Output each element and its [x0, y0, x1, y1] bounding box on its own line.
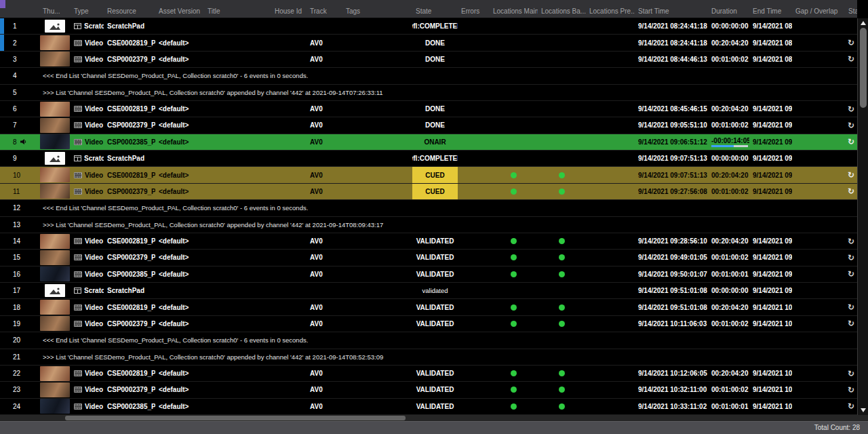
- asset-version-cell: <default>: [155, 316, 204, 332]
- video-row[interactable]: 8VideoCSP0002385_PAL<default>AV0ONAIR9/1…: [0, 134, 857, 151]
- thumbnail-cell: [39, 134, 71, 150]
- scratchpad-row[interactable]: 1ScratchPadScratchPadwfl:COMPLETED9/14/2…: [0, 18, 857, 35]
- refresh-cell: ↻: [845, 382, 857, 397]
- column-header-start-time[interactable]: Start Time: [635, 7, 708, 15]
- comment-row[interactable]: 20<<< End List 'Channel SESDemo_Product_…: [0, 332, 857, 349]
- column-header-track[interactable]: Track: [307, 7, 342, 15]
- column-header-locations-main[interactable]: Locations Main: [490, 7, 538, 15]
- refresh-icon[interactable]: ↻: [848, 121, 854, 130]
- track-cell: AV0: [307, 267, 342, 282]
- refresh-icon[interactable]: ↻: [848, 138, 854, 146]
- locations-main-cell: [490, 167, 538, 182]
- film-icon: [74, 40, 82, 46]
- video-row[interactable]: 19VideoCSP0002379_PAL<default>AV0VALIDAT…: [0, 316, 857, 332]
- column-header-asset-version[interactable]: Asset Version: [155, 7, 204, 15]
- refresh-icon[interactable]: ↻: [848, 254, 854, 262]
- video-row[interactable]: 18VideoCSE0002819_PAL<default>AV0VALIDAT…: [0, 299, 857, 315]
- column-header-state[interactable]: State: [412, 7, 458, 15]
- comment-row[interactable]: 21>>> List 'Channel SESDemo_Product_PAL,…: [0, 349, 857, 366]
- refresh-icon[interactable]: ↻: [848, 303, 854, 311]
- column-header-end-time[interactable]: End Time: [749, 7, 792, 15]
- refresh-icon[interactable]: ↻: [848, 237, 854, 245]
- comment-row[interactable]: 5>>> List 'Channel SESDemo_Product_PAL, …: [0, 85, 857, 101]
- column-header-resource[interactable]: Resource: [104, 7, 155, 15]
- house-id-cell: [271, 35, 307, 50]
- refresh-icon[interactable]: ↻: [848, 55, 854, 63]
- scroll-down-icon[interactable]: [861, 408, 866, 412]
- status-dot-main: [511, 387, 517, 393]
- column-header-tags[interactable]: Tags: [342, 7, 412, 15]
- refresh-icon[interactable]: ↻: [848, 39, 854, 47]
- column-header-thu[interactable]: Thu...: [39, 7, 71, 15]
- vertical-scroll-thumb[interactable]: [860, 28, 867, 108]
- video-row[interactable]: 24VideoCSP0002385_PAL<default>AV0VALIDAT…: [0, 399, 857, 415]
- video-row[interactable]: 3VideoCSP0002379_PAL<default>AV0DONE9/14…: [0, 52, 857, 68]
- locations-main-cell: [490, 250, 538, 265]
- video-row[interactable]: 22VideoCSE0002819_PAL<default>AV0VALIDAT…: [0, 366, 857, 382]
- column-header-gap-overlap[interactable]: Gap / Overlap: [792, 7, 845, 15]
- comment-row[interactable]: 12<<< End List 'Channel SESDemo_Product_…: [0, 200, 857, 216]
- resource-cell: CSP0002379_PAL: [104, 184, 155, 199]
- state-cell: DONE: [412, 101, 458, 117]
- video-row[interactable]: 10VideoCSE0002819_PAL<default>AV0CUED9/1…: [0, 167, 857, 183]
- resource-cell: CSE0002819_PAL: [104, 35, 155, 50]
- errors-cell: [458, 167, 490, 182]
- column-header-type[interactable]: Type: [71, 7, 104, 15]
- thumbnail-cell: [39, 283, 71, 298]
- video-row[interactable]: 15VideoCSP0002379_PAL<default>AV0VALIDAT…: [0, 250, 857, 266]
- tags-cell: [342, 382, 412, 397]
- locations-main-cell: [490, 316, 538, 332]
- video-row[interactable]: 14VideoCSE0002819_PAL<default>AV0VALIDAT…: [0, 233, 857, 250]
- row-number-cell: 4: [0, 68, 39, 83]
- refresh-icon[interactable]: ↻: [848, 270, 854, 278]
- refresh-icon[interactable]: ↻: [848, 171, 854, 179]
- scroll-up-icon[interactable]: [861, 21, 866, 25]
- column-header-title[interactable]: Title: [204, 7, 271, 15]
- refresh-icon[interactable]: ↻: [848, 402, 854, 410]
- house-id-cell: [271, 117, 307, 133]
- video-row[interactable]: 6VideoCSE0002819_PAL<default>AV0DONE9/14…: [0, 101, 857, 117]
- duration-cell: 00:20:04:20: [708, 366, 749, 381]
- refresh-icon[interactable]: ↻: [848, 187, 854, 195]
- column-header-start-t[interactable]: Start T: [845, 7, 857, 15]
- refresh-icon[interactable]: ↻: [848, 319, 854, 328]
- video-row[interactable]: 23VideoCSP0002379_PAL<default>AV0VALIDAT…: [0, 382, 857, 398]
- column-header-errors[interactable]: Errors: [458, 7, 490, 15]
- title-cell: [204, 399, 271, 414]
- vertical-scrollbar[interactable]: [857, 18, 868, 415]
- type-cell: Video: [71, 267, 104, 282]
- horizontal-scroll-thumb[interactable]: [65, 416, 406, 420]
- column-header-locations-pre[interactable]: Locations Pre...: [586, 7, 635, 15]
- column-header-house-id[interactable]: House Id: [271, 7, 307, 15]
- film-icon: [74, 189, 82, 195]
- video-row[interactable]: 7VideoCSP0002379_PAL<default>AV0DONE9/14…: [0, 117, 857, 134]
- thumbnail-cell: [39, 184, 71, 199]
- scratchpad-row[interactable]: 17ScratchPadScratchPadvalidated9/14/2021…: [0, 283, 857, 299]
- type-cell: Video: [71, 134, 104, 150]
- film-icon: [74, 139, 82, 145]
- video-thumbnail: [40, 52, 70, 66]
- video-row[interactable]: 11VideoCSP0002379_PAL<default>AV0CUED9/1…: [0, 184, 857, 200]
- state-cell: VALIDATED: [412, 299, 458, 315]
- comment-row[interactable]: 4<<< End List 'Channel SESDemo_Product_P…: [0, 68, 857, 84]
- video-row[interactable]: 2VideoCSE0002819_PAL<default>AV0DONE9/14…: [0, 35, 857, 51]
- video-row[interactable]: 16VideoCSP0002385_PAL<default>AV0VALIDAT…: [0, 267, 857, 283]
- row-number: 16: [13, 271, 20, 278]
- refresh-cell: ↻: [845, 366, 857, 381]
- type-label: ScratchPad: [84, 287, 104, 294]
- type-label: Video: [85, 39, 103, 47]
- refresh-icon[interactable]: ↻: [848, 386, 854, 394]
- video-thumbnail: [40, 118, 70, 133]
- end-time-cell: 9/14/2021 08:24: [749, 18, 792, 34]
- errors-cell: [458, 382, 490, 397]
- refresh-icon[interactable]: ↻: [848, 370, 854, 378]
- refresh-icon[interactable]: ↻: [848, 105, 854, 113]
- type-label: ScratchPad: [84, 155, 104, 162]
- column-header-locations-ba[interactable]: Locations Ba...: [538, 7, 586, 15]
- row-number: 22: [13, 370, 20, 377]
- horizontal-scrollbar[interactable]: [0, 415, 868, 421]
- comment-row[interactable]: 13>>> List 'Channel SESDemo_Product_PAL,…: [0, 217, 857, 233]
- status-dot-backup: [559, 387, 565, 393]
- column-header-duration[interactable]: Duration: [708, 7, 749, 15]
- scratchpad-row[interactable]: 9ScratchPadScratchPadwfl:COMPLETED9/14/2…: [0, 151, 857, 167]
